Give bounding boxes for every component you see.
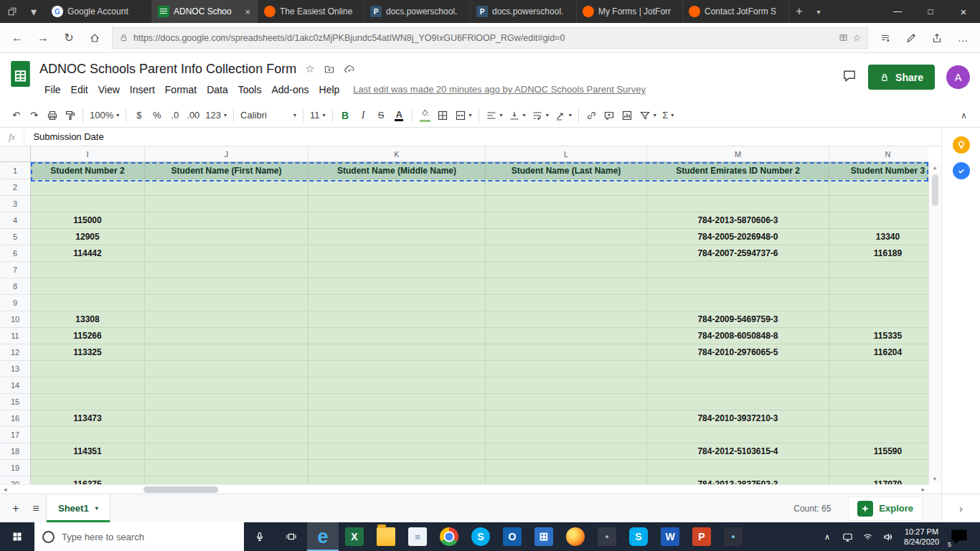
menu-help[interactable]: Help [314,84,345,95]
cell[interactable] [145,377,308,394]
cell[interactable] [31,179,145,196]
fill-color-button[interactable] [416,106,434,125]
forward-icon[interactable]: → [30,26,56,50]
favorites-star-icon[interactable]: ☆ [853,32,861,43]
word-taskbar-button[interactable]: W [654,522,686,551]
cell[interactable] [647,179,829,196]
formula-value[interactable]: Submission Date [33,131,103,142]
cell[interactable] [829,410,928,427]
browser-tab[interactable]: Pdocs.powerschool. [471,0,577,23]
cell[interactable] [486,196,647,212]
row-number[interactable]: 16 [0,410,31,427]
set-tabs-aside-icon[interactable] [3,2,22,21]
cell[interactable] [647,394,829,410]
cell[interactable] [145,427,308,443]
cell[interactable] [31,460,145,476]
cell[interactable] [486,311,647,328]
header-cell[interactable]: Student Emirates ID Number 2 [647,162,829,179]
volume-icon[interactable] [879,522,896,551]
borders-button[interactable] [434,106,452,125]
column-header-J[interactable]: J [145,146,308,162]
cell[interactable]: 113473 [31,410,145,427]
undo-button[interactable]: ↶ [7,106,25,125]
vertical-align-button[interactable]: ▾ [506,106,529,125]
cell[interactable] [486,262,647,278]
cell[interactable] [145,245,308,262]
cell[interactable] [145,328,308,344]
cell[interactable] [308,427,486,443]
cell[interactable] [308,344,486,361]
cell[interactable] [308,262,486,278]
cell[interactable] [647,427,829,443]
cell[interactable] [486,377,647,394]
row-number[interactable]: 4 [0,212,31,229]
cell[interactable] [829,361,928,377]
horizontal-scrollbar[interactable]: ◂ ▸ [0,484,928,494]
increase-decimal-button[interactable]: .00 [184,106,202,125]
cell[interactable]: 784-2010-2976065-5 [647,344,829,361]
cell[interactable] [308,410,486,427]
header-cell[interactable]: Student Name (Middle Name) [308,162,486,179]
cell[interactable] [308,245,486,262]
minimize-button[interactable]: — [881,0,914,23]
menu-addons[interactable]: Add-ons [266,84,314,95]
share-button[interactable]: Share [868,65,935,90]
row-number[interactable]: 11 [0,328,31,344]
cell[interactable] [486,229,647,245]
browser-tab[interactable]: GGoogle Account [46,0,152,23]
cell[interactable] [486,245,647,262]
cell[interactable] [308,278,486,295]
insert-chart-button[interactable] [618,106,636,125]
insert-comment-button[interactable] [600,106,618,125]
cell[interactable] [145,196,308,212]
cell[interactable] [647,262,829,278]
display-icon[interactable] [839,522,856,551]
column-header-N[interactable]: N [829,146,928,162]
document-title[interactable]: ADNOC Schools Parent Info Collection For… [39,62,296,77]
cell[interactable]: 115000 [31,212,145,229]
header-cell[interactable]: Student Number 3 [829,162,928,179]
browser-tab[interactable]: Contact JotForm S [683,0,789,23]
more-menu-icon[interactable]: … [950,26,976,50]
cell[interactable] [829,377,928,394]
cell[interactable] [145,295,308,311]
cell[interactable] [308,377,486,394]
cell[interactable] [31,427,145,443]
paint-format-button[interactable] [61,106,79,125]
star-document-icon[interactable]: ☆ [305,62,314,75]
row-number[interactable]: 6 [0,245,31,262]
row-number[interactable]: 19 [0,460,31,476]
notepad-taskbar-button[interactable]: ≡ [402,522,433,551]
saved-cloud-icon[interactable] [344,63,355,75]
cell[interactable] [31,262,145,278]
menu-edit[interactable]: Edit [66,84,93,95]
cell[interactable] [145,212,308,229]
strikethrough-button[interactable]: S [372,106,390,125]
cell[interactable] [308,229,486,245]
tab-preview-icon[interactable]: ▾ [24,2,43,21]
select-all-corner[interactable] [0,146,31,162]
row-number[interactable]: 1 [0,162,31,179]
cell[interactable] [145,344,308,361]
print-button[interactable] [43,106,61,125]
cell[interactable] [145,361,308,377]
mic-button[interactable] [244,522,275,551]
cell[interactable] [647,295,829,311]
menu-format[interactable]: Format [160,84,202,95]
header-cell[interactable]: Student Name (Last Name) [486,162,647,179]
outlook-taskbar-button[interactable]: O [496,522,528,551]
zoom-select[interactable]: 100% ▾ [87,106,122,125]
row-number[interactable]: 17 [0,427,31,443]
cell[interactable]: 784-2008-6050848-8 [647,328,829,344]
url-field[interactable]: https://docs.google.com/spreadsheets/d/1… [112,27,868,49]
row-number[interactable]: 15 [0,394,31,410]
cell[interactable] [829,196,928,212]
cell[interactable]: 115266 [31,328,145,344]
cell[interactable] [145,394,308,410]
firefox-taskbar-button[interactable] [560,522,591,551]
cell[interactable] [647,278,829,295]
cell[interactable]: 784-2009-5469759-3 [647,311,829,328]
cell[interactable] [31,377,145,394]
vertical-scrollbar[interactable]: ▲ ▼ [928,162,941,484]
redo-button[interactable]: ↷ [25,106,43,125]
